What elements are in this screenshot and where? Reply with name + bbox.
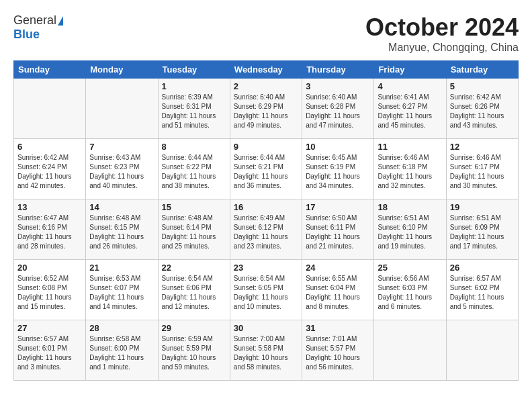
day-cell: 20Sunrise: 6:52 AM Sunset: 6:08 PM Dayli… bbox=[14, 260, 86, 320]
day-info: Sunrise: 7:01 AM Sunset: 5:57 PM Dayligh… bbox=[306, 334, 370, 372]
header-day-monday: Monday bbox=[86, 61, 158, 79]
header-day-sunday: Sunday bbox=[14, 61, 86, 79]
day-number: 25 bbox=[378, 263, 442, 273]
day-cell: 24Sunrise: 6:55 AM Sunset: 6:04 PM Dayli… bbox=[302, 260, 374, 320]
day-cell: 1Sunrise: 6:39 AM Sunset: 6:31 PM Daylig… bbox=[158, 79, 230, 139]
day-info: Sunrise: 6:58 AM Sunset: 6:00 PM Dayligh… bbox=[89, 334, 154, 372]
day-number: 10 bbox=[306, 142, 370, 152]
month-title: October 2024 bbox=[365, 13, 519, 42]
day-number: 21 bbox=[89, 263, 154, 273]
week-row-1: 1Sunrise: 6:39 AM Sunset: 6:31 PM Daylig… bbox=[14, 79, 519, 139]
page-header: General Blue October 2024 Manyue, Chongq… bbox=[13, 13, 519, 54]
day-cell: 16Sunrise: 6:49 AM Sunset: 6:12 PM Dayli… bbox=[230, 199, 302, 260]
day-number: 5 bbox=[450, 81, 515, 91]
day-cell: 27Sunrise: 6:57 AM Sunset: 6:01 PM Dayli… bbox=[14, 320, 86, 381]
day-cell: 19Sunrise: 6:51 AM Sunset: 6:09 PM Dayli… bbox=[446, 199, 518, 260]
day-cell bbox=[446, 320, 518, 381]
day-info: Sunrise: 6:40 AM Sunset: 6:29 PM Dayligh… bbox=[234, 93, 298, 130]
day-info: Sunrise: 6:50 AM Sunset: 6:11 PM Dayligh… bbox=[306, 214, 370, 251]
day-number: 30 bbox=[234, 323, 298, 333]
day-info: Sunrise: 6:45 AM Sunset: 6:19 PM Dayligh… bbox=[306, 153, 370, 191]
day-cell: 28Sunrise: 6:58 AM Sunset: 6:00 PM Dayli… bbox=[86, 320, 158, 381]
day-number: 26 bbox=[450, 263, 515, 273]
day-cell: 11Sunrise: 6:46 AM Sunset: 6:18 PM Dayli… bbox=[374, 139, 446, 199]
day-number: 4 bbox=[378, 81, 442, 91]
day-number: 29 bbox=[162, 323, 226, 333]
day-number: 15 bbox=[162, 202, 226, 212]
day-info: Sunrise: 6:51 AM Sunset: 6:09 PM Dayligh… bbox=[450, 214, 515, 251]
day-number: 3 bbox=[306, 81, 370, 91]
logo-triangle-icon bbox=[58, 16, 63, 26]
day-number: 18 bbox=[378, 202, 442, 212]
day-info: Sunrise: 6:48 AM Sunset: 6:15 PM Dayligh… bbox=[89, 214, 154, 251]
day-cell: 17Sunrise: 6:50 AM Sunset: 6:11 PM Dayli… bbox=[302, 199, 374, 260]
day-number: 8 bbox=[162, 142, 226, 152]
day-number: 24 bbox=[306, 263, 370, 273]
day-info: Sunrise: 6:56 AM Sunset: 6:03 PM Dayligh… bbox=[378, 274, 442, 312]
day-cell: 5Sunrise: 6:42 AM Sunset: 6:26 PM Daylig… bbox=[446, 79, 518, 139]
day-number: 20 bbox=[17, 263, 82, 273]
day-info: Sunrise: 6:48 AM Sunset: 6:14 PM Dayligh… bbox=[162, 214, 226, 251]
day-cell: 29Sunrise: 6:59 AM Sunset: 5:59 PM Dayli… bbox=[158, 320, 230, 381]
logo: General Blue bbox=[13, 13, 63, 42]
day-info: Sunrise: 6:52 AM Sunset: 6:08 PM Dayligh… bbox=[17, 274, 82, 312]
day-number: 7 bbox=[89, 142, 154, 152]
week-row-4: 20Sunrise: 6:52 AM Sunset: 6:08 PM Dayli… bbox=[14, 260, 519, 320]
logo-blue-text: Blue bbox=[13, 28, 40, 42]
day-info: Sunrise: 6:57 AM Sunset: 6:02 PM Dayligh… bbox=[450, 274, 515, 312]
day-cell: 14Sunrise: 6:48 AM Sunset: 6:15 PM Dayli… bbox=[86, 199, 158, 260]
day-cell bbox=[14, 79, 86, 139]
day-number: 1 bbox=[162, 81, 226, 91]
calendar-table: SundayMondayTuesdayWednesdayThursdayFrid… bbox=[13, 60, 519, 381]
logo-general-text: General bbox=[13, 13, 56, 28]
day-info: Sunrise: 6:49 AM Sunset: 6:12 PM Dayligh… bbox=[234, 214, 298, 251]
day-info: Sunrise: 6:41 AM Sunset: 6:27 PM Dayligh… bbox=[378, 93, 442, 130]
week-row-5: 27Sunrise: 6:57 AM Sunset: 6:01 PM Dayli… bbox=[14, 320, 519, 381]
day-number: 31 bbox=[306, 323, 370, 333]
day-info: Sunrise: 6:44 AM Sunset: 6:21 PM Dayligh… bbox=[234, 153, 298, 191]
day-cell bbox=[86, 79, 158, 139]
day-number: 28 bbox=[89, 323, 154, 333]
day-cell: 23Sunrise: 6:54 AM Sunset: 6:05 PM Dayli… bbox=[230, 260, 302, 320]
day-info: Sunrise: 6:42 AM Sunset: 6:26 PM Dayligh… bbox=[450, 93, 515, 130]
day-info: Sunrise: 6:46 AM Sunset: 6:17 PM Dayligh… bbox=[450, 153, 515, 191]
day-info: Sunrise: 6:54 AM Sunset: 6:05 PM Dayligh… bbox=[234, 274, 298, 312]
day-cell: 8Sunrise: 6:44 AM Sunset: 6:22 PM Daylig… bbox=[158, 139, 230, 199]
day-cell: 4Sunrise: 6:41 AM Sunset: 6:27 PM Daylig… bbox=[374, 79, 446, 139]
header-day-tuesday: Tuesday bbox=[158, 61, 230, 79]
day-cell: 6Sunrise: 6:42 AM Sunset: 6:24 PM Daylig… bbox=[14, 139, 86, 199]
day-info: Sunrise: 6:43 AM Sunset: 6:23 PM Dayligh… bbox=[89, 153, 154, 191]
day-cell: 21Sunrise: 6:53 AM Sunset: 6:07 PM Dayli… bbox=[86, 260, 158, 320]
day-info: Sunrise: 6:47 AM Sunset: 6:16 PM Dayligh… bbox=[17, 214, 82, 251]
header-day-friday: Friday bbox=[374, 61, 446, 79]
day-cell: 31Sunrise: 7:01 AM Sunset: 5:57 PM Dayli… bbox=[302, 320, 374, 381]
header-day-wednesday: Wednesday bbox=[230, 61, 302, 79]
day-number: 27 bbox=[17, 323, 82, 333]
day-cell: 26Sunrise: 6:57 AM Sunset: 6:02 PM Dayli… bbox=[446, 260, 518, 320]
day-cell: 2Sunrise: 6:40 AM Sunset: 6:29 PM Daylig… bbox=[230, 79, 302, 139]
day-info: Sunrise: 6:51 AM Sunset: 6:10 PM Dayligh… bbox=[378, 214, 442, 251]
title-block: October 2024 Manyue, Chongqing, China bbox=[365, 13, 519, 54]
day-number: 13 bbox=[17, 202, 82, 212]
day-info: Sunrise: 7:00 AM Sunset: 5:58 PM Dayligh… bbox=[234, 334, 298, 372]
day-info: Sunrise: 6:59 AM Sunset: 5:59 PM Dayligh… bbox=[162, 334, 226, 372]
location-title: Manyue, Chongqing, China bbox=[365, 42, 519, 54]
day-number: 11 bbox=[378, 142, 442, 152]
header-row: SundayMondayTuesdayWednesdayThursdayFrid… bbox=[14, 61, 519, 79]
day-cell: 9Sunrise: 6:44 AM Sunset: 6:21 PM Daylig… bbox=[230, 139, 302, 199]
day-number: 2 bbox=[234, 81, 298, 91]
day-number: 9 bbox=[234, 142, 298, 152]
day-cell: 12Sunrise: 6:46 AM Sunset: 6:17 PM Dayli… bbox=[446, 139, 518, 199]
week-row-2: 6Sunrise: 6:42 AM Sunset: 6:24 PM Daylig… bbox=[14, 139, 519, 199]
day-cell: 10Sunrise: 6:45 AM Sunset: 6:19 PM Dayli… bbox=[302, 139, 374, 199]
day-info: Sunrise: 6:54 AM Sunset: 6:06 PM Dayligh… bbox=[162, 274, 226, 312]
day-info: Sunrise: 6:42 AM Sunset: 6:24 PM Dayligh… bbox=[17, 153, 82, 191]
day-number: 19 bbox=[450, 202, 515, 212]
day-cell: 3Sunrise: 6:40 AM Sunset: 6:28 PM Daylig… bbox=[302, 79, 374, 139]
day-info: Sunrise: 6:53 AM Sunset: 6:07 PM Dayligh… bbox=[89, 274, 154, 312]
day-number: 17 bbox=[306, 202, 370, 212]
day-cell: 25Sunrise: 6:56 AM Sunset: 6:03 PM Dayli… bbox=[374, 260, 446, 320]
day-cell: 22Sunrise: 6:54 AM Sunset: 6:06 PM Dayli… bbox=[158, 260, 230, 320]
day-info: Sunrise: 6:55 AM Sunset: 6:04 PM Dayligh… bbox=[306, 274, 370, 312]
day-number: 12 bbox=[450, 142, 515, 152]
